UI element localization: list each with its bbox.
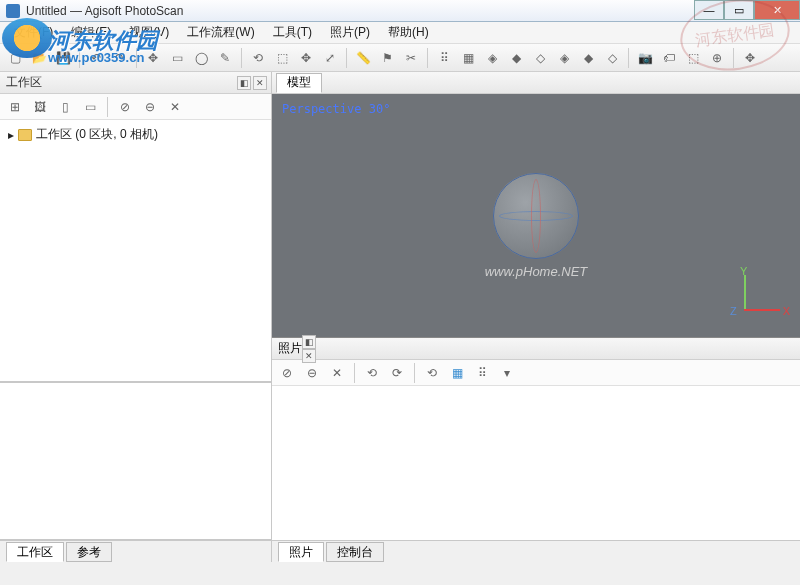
view-tiled-icon[interactable]: ◇ (601, 47, 623, 69)
circle-select-icon[interactable]: ◯ (190, 47, 212, 69)
disable-photo-icon[interactable]: ⊖ (301, 362, 323, 384)
add-photos-icon[interactable]: 🖼 (29, 96, 51, 118)
separator (427, 48, 428, 68)
trackball-ring-v (531, 179, 541, 253)
perspective-label: Perspective 30° (282, 102, 390, 116)
view-shaded-icon[interactable]: ◇ (529, 47, 551, 69)
right-column: 模型 Perspective 30° www.pHome.NET Y X Z 照… (272, 72, 800, 562)
axis-x-line (744, 309, 780, 311)
separator (346, 48, 347, 68)
rotate-right-icon[interactable]: ⟳ (386, 362, 408, 384)
photos-toolbar: ⊘ ⊖ ✕ ⟲ ⟳ ⟲ ▦ ⠿ ▾ (272, 360, 800, 386)
free-select-icon[interactable]: ✎ (214, 47, 236, 69)
viewport-3d[interactable]: Perspective 30° www.pHome.NET Y X Z (272, 94, 800, 338)
view-solid-icon[interactable]: ◆ (505, 47, 527, 69)
separator (241, 48, 242, 68)
properties-panel (0, 382, 271, 540)
axis-gizmo: Y X Z (732, 269, 786, 323)
tab-photos[interactable]: 照片 (278, 542, 324, 562)
workspace-tree[interactable]: ▸ 工作区 (0 区块, 0 相机) (0, 120, 271, 382)
titlebar: Untitled — Agisoft PhotoScan — ▭ ✕ (0, 0, 800, 22)
photos-panel-header: 照片 ◧ ✕ (272, 338, 800, 360)
check-icon[interactable]: ⊘ (114, 96, 136, 118)
tab-reference[interactable]: 参考 (66, 542, 112, 562)
photos-title: 照片 (278, 340, 302, 357)
show-markers-icon[interactable]: 🏷 (658, 47, 680, 69)
panel-close-icon[interactable]: ✕ (253, 76, 267, 90)
workspace-title: 工作区 (6, 74, 42, 91)
right-tabbar: 照片 控制台 (272, 540, 800, 562)
main-area: 工作区 ◧ ✕ ⊞ 🖼 ▯ ▭ ⊘ ⊖ ✕ ▸ 工作区 (0 区块, 0 相机) (0, 72, 800, 562)
menu-workflow[interactable]: 工作流程(W) (179, 22, 262, 43)
photos-area[interactable] (272, 386, 800, 540)
left-column: 工作区 ◧ ✕ ⊞ 🖼 ▯ ▭ ⊘ ⊖ ✕ ▸ 工作区 (0 区块, 0 相机) (0, 72, 272, 562)
tree-root-item[interactable]: ▸ 工作区 (0 区块, 0 相机) (8, 126, 263, 143)
view-points-icon[interactable]: ⠿ (433, 47, 455, 69)
separator (628, 48, 629, 68)
axis-y-label: Y (740, 265, 747, 277)
axis-y-line (744, 275, 746, 311)
panel-close-icon[interactable]: ✕ (302, 349, 316, 363)
menu-tools[interactable]: 工具(T) (265, 22, 320, 43)
expand-icon[interactable]: ▸ (8, 128, 14, 142)
model-panel-header: 模型 (272, 72, 800, 94)
panel-float-icon[interactable]: ◧ (302, 335, 316, 349)
panel-float-icon[interactable]: ◧ (237, 76, 251, 90)
axis-x-label: X (783, 305, 790, 317)
marker-icon[interactable]: ⚑ (376, 47, 398, 69)
enable-photo-icon[interactable]: ⊘ (276, 362, 298, 384)
tab-console[interactable]: 控制台 (326, 542, 384, 562)
menu-photos[interactable]: 照片(P) (322, 22, 378, 43)
workspace-toolbar: ⊞ 🖼 ▯ ▭ ⊘ ⊖ ✕ (0, 94, 271, 120)
crop-icon[interactable]: ✂ (400, 47, 422, 69)
left-tabbar: 工作区 参考 (0, 540, 271, 562)
view-texture-icon[interactable]: ◈ (553, 47, 575, 69)
workspace-panel-header: 工作区 ◧ ✕ (0, 72, 271, 94)
separator (354, 363, 355, 383)
tab-workspace[interactable]: 工作区 (6, 542, 64, 562)
trackball-sphere (493, 173, 579, 259)
dropdown-icon[interactable]: ▾ (496, 362, 518, 384)
remove-photo-icon[interactable]: ✕ (326, 362, 348, 384)
uncheck-icon[interactable]: ⊖ (139, 96, 161, 118)
ruler-icon[interactable]: 📏 (352, 47, 374, 69)
enable-icon[interactable]: ▯ (54, 96, 76, 118)
axis-z-label: Z (730, 305, 737, 317)
view-wire-icon[interactable]: ◈ (481, 47, 503, 69)
separator (107, 97, 108, 117)
center-watermark: www.pHome.NET (485, 264, 588, 279)
region-icon[interactable]: ⬚ (271, 47, 293, 69)
thumbnails-view-icon[interactable]: ⠿ (471, 362, 493, 384)
rect-select-icon[interactable]: ▭ (166, 47, 188, 69)
folder-icon (18, 129, 32, 141)
rotate-icon[interactable]: ⟲ (247, 47, 269, 69)
separator (414, 363, 415, 383)
watermark-url: www.pc0359.cn (48, 50, 144, 65)
details-view-icon[interactable]: ▦ (446, 362, 468, 384)
tab-model[interactable]: 模型 (276, 73, 322, 93)
move-icon[interactable]: ✥ (295, 47, 317, 69)
scale-icon[interactable]: ⤢ (319, 47, 341, 69)
add-chunk-icon[interactable]: ⊞ (4, 96, 26, 118)
watermark-logo-icon (2, 18, 52, 58)
reset-icon[interactable]: ⟲ (421, 362, 443, 384)
rotate-left-icon[interactable]: ⟲ (361, 362, 383, 384)
remove-icon[interactable]: ✕ (164, 96, 186, 118)
view-model-icon[interactable]: ◆ (577, 47, 599, 69)
tree-root-label: 工作区 (0 区块, 0 相机) (36, 126, 158, 143)
disable-icon[interactable]: ▭ (79, 96, 101, 118)
show-cameras-icon[interactable]: 📷 (634, 47, 656, 69)
menu-help[interactable]: 帮助(H) (380, 22, 437, 43)
trackball-ring-h (499, 211, 573, 221)
app-icon (6, 4, 20, 18)
view-dense-icon[interactable]: ▦ (457, 47, 479, 69)
window-title: Untitled — Agisoft PhotoScan (26, 4, 183, 18)
